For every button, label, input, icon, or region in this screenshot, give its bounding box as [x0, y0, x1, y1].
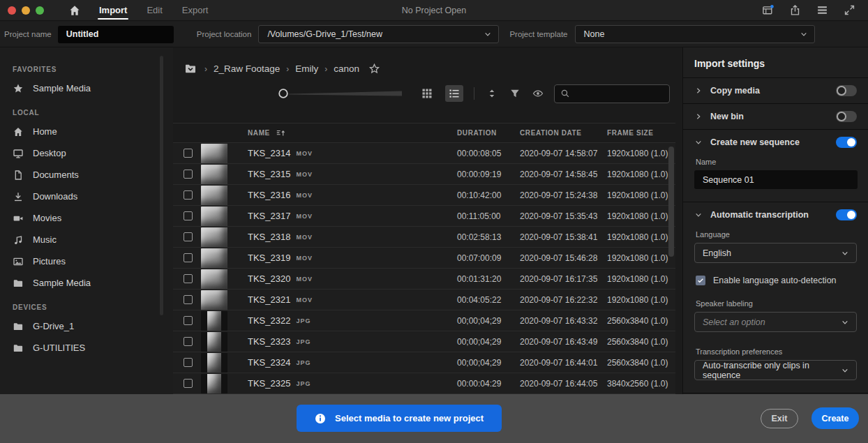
sidebar-item-g-utilities[interactable]: G-UTILITIES [13, 337, 173, 359]
table-row[interactable]: TKS_2318MOV00:02:58:132020-09-07 15:38:4… [173, 227, 675, 248]
close-window-icon[interactable] [8, 6, 16, 15]
row-checkbox[interactable] [184, 358, 193, 367]
column-header-duration[interactable]: DURATION [457, 129, 520, 137]
media-list-scrollbar[interactable] [668, 147, 674, 257]
sequence-name-input[interactable] [694, 170, 858, 189]
table-row[interactable]: TKS_2315MOV00:00:09:192020-09-07 14:58:4… [173, 164, 675, 185]
row-checkbox[interactable] [184, 295, 193, 304]
sort-ascending-icon[interactable] [276, 128, 286, 138]
create-sequence-toggle[interactable] [836, 137, 857, 148]
project-template-dropdown[interactable]: None [575, 25, 815, 43]
tab-import[interactable]: Import [99, 0, 127, 21]
create-button[interactable]: Create [811, 407, 859, 429]
home-icon[interactable] [68, 4, 81, 17]
row-checkbox[interactable] [184, 274, 193, 283]
table-row[interactable]: TKS_2314MOV00:00:08:052020-09-07 14:58:0… [173, 143, 675, 164]
clip-name: TKS_2320 [248, 273, 290, 284]
share-icon[interactable] [789, 4, 801, 16]
column-header-creation-date[interactable]: CREATION DATE [520, 129, 607, 137]
breadcrumb-item[interactable]: canon [334, 63, 359, 74]
search-input[interactable] [575, 89, 687, 98]
row-checkbox[interactable] [184, 316, 193, 325]
new-bin-toggle[interactable] [836, 111, 857, 122]
row-checkbox[interactable] [184, 379, 193, 388]
chevron-right-icon[interactable] [694, 87, 703, 95]
table-row[interactable]: TKS_2324JPG00;00;04;292020-09-07 16:44:0… [173, 352, 675, 373]
exit-button[interactable]: Exit [761, 409, 798, 428]
sort-icon [486, 88, 497, 99]
download-icon [13, 191, 24, 202]
sidebar-scrollbar[interactable] [160, 56, 163, 315]
sort-button[interactable] [485, 87, 499, 100]
sidebar-item-documents[interactable]: Documents [13, 164, 173, 186]
panel-notification-icon[interactable] [762, 4, 774, 16]
list-view-button[interactable] [445, 85, 463, 102]
project-name-label: Project name [4, 30, 52, 38]
transcription-preferences-label: Transcription preferences [683, 332, 868, 356]
table-row[interactable]: TKS_2319MOV00:07:00:092020-09-07 15:46:2… [173, 248, 675, 269]
maximize-window-icon[interactable] [36, 6, 44, 15]
project-template-label: Project template [509, 30, 567, 38]
row-checkbox[interactable] [184, 190, 193, 200]
row-checkbox[interactable] [184, 337, 193, 346]
sidebar-item-music[interactable]: Music [13, 229, 173, 250]
clip-duration: 00:10:42:00 [457, 190, 520, 200]
menu-icon[interactable] [816, 4, 828, 16]
table-row[interactable]: TKS_2321MOV00:04:05:222020-09-07 16:22:3… [173, 290, 675, 310]
row-checkbox[interactable] [184, 253, 193, 262]
table-row[interactable]: TKS_2322JPG00;00;04;292020-09-07 16:43:3… [173, 310, 675, 331]
table-row[interactable]: TKS_2323JPG00;00;04;292020-09-07 16:43:4… [173, 331, 675, 352]
sidebar-item-desktop[interactable]: Desktop [13, 142, 173, 164]
sidebar-item-sample-media[interactable]: Sample Media [13, 77, 173, 99]
table-row[interactable]: TKS_2317MOV00:11:05:002020-09-07 15:35:4… [173, 206, 675, 227]
clip-creation-date: 2020-09-07 14:58:07 [520, 149, 607, 158]
language-label: Language [683, 227, 868, 239]
minimize-window-icon[interactable] [22, 6, 30, 15]
tab-edit[interactable]: Edit [147, 0, 162, 21]
notice-button[interactable]: Select media to create new project [297, 405, 502, 432]
auto-transcription-toggle[interactable] [836, 209, 857, 220]
sidebar-item-downloads[interactable]: Downloads [13, 186, 173, 207]
row-checkbox[interactable] [184, 170, 193, 179]
clip-thumbnail [201, 374, 227, 393]
table-row[interactable]: TKS_2325JPG00:00:04:292020-09-07 16:44:0… [173, 373, 675, 394]
clip-creation-date: 2020-09-07 15:24:38 [520, 190, 607, 200]
sidebar-item-sample-media[interactable]: Sample Media [13, 272, 173, 294]
thumbnail-zoom-slider[interactable] [278, 88, 402, 99]
chevron-right-icon[interactable] [694, 112, 703, 121]
copy-media-toggle[interactable] [836, 85, 857, 96]
folder-dropdown-icon[interactable] [183, 63, 198, 75]
speaker-labeling-dropdown[interactable]: Select an option [694, 312, 857, 332]
tab-export[interactable]: Export [182, 0, 209, 21]
grid-view-button[interactable] [418, 85, 436, 102]
sidebar-item-pictures[interactable]: Pictures [13, 250, 173, 272]
speaker-labeling-label: Speaker labeling [683, 285, 868, 308]
favorite-star-icon[interactable] [368, 63, 380, 75]
expand-icon[interactable] [844, 4, 855, 16]
sidebar-item-label: Desktop [33, 148, 66, 158]
table-row[interactable]: TKS_2320MOV00:01:31:202020-09-07 16:17:3… [173, 269, 675, 290]
clip-type: JPG [296, 359, 310, 366]
sidebar-item-g-drive-1[interactable]: G-Drive_1 [13, 315, 173, 337]
breadcrumb-item[interactable]: 2_Raw Footage [214, 63, 280, 74]
preview-visibility-button[interactable] [531, 87, 545, 100]
project-location-dropdown[interactable]: /Volumes/G-Drive_1/Test/new [258, 25, 499, 43]
row-checkbox[interactable] [184, 149, 193, 158]
locations-sidebar: FAVORITESSample MediaLOCALHomeDesktopDoc… [0, 47, 173, 394]
filter-button[interactable] [508, 87, 522, 100]
row-checkbox[interactable] [184, 232, 193, 241]
table-row[interactable]: TKS_2316MOV00:10:42:002020-09-07 15:24:3… [173, 185, 675, 206]
chevron-down-icon[interactable] [694, 211, 703, 219]
transcription-preferences-dropdown[interactable]: Auto-transcribe only clips in sequence [694, 360, 857, 380]
project-name-input[interactable] [58, 26, 174, 43]
row-checkbox[interactable] [184, 211, 193, 220]
column-header-frame-size[interactable]: FRAME SIZE [607, 129, 675, 137]
column-header-name[interactable]: NAME [248, 129, 270, 137]
sidebar-item-home[interactable]: Home [13, 121, 173, 142]
breadcrumb-item[interactable]: Emily [295, 63, 318, 74]
chevron-down-icon[interactable] [694, 138, 703, 147]
language-dropdown[interactable]: English [694, 243, 857, 263]
browser-toolbar [173, 84, 670, 103]
auto-detect-checkbox[interactable] [696, 276, 705, 285]
sidebar-item-movies[interactable]: Movies [13, 207, 173, 229]
